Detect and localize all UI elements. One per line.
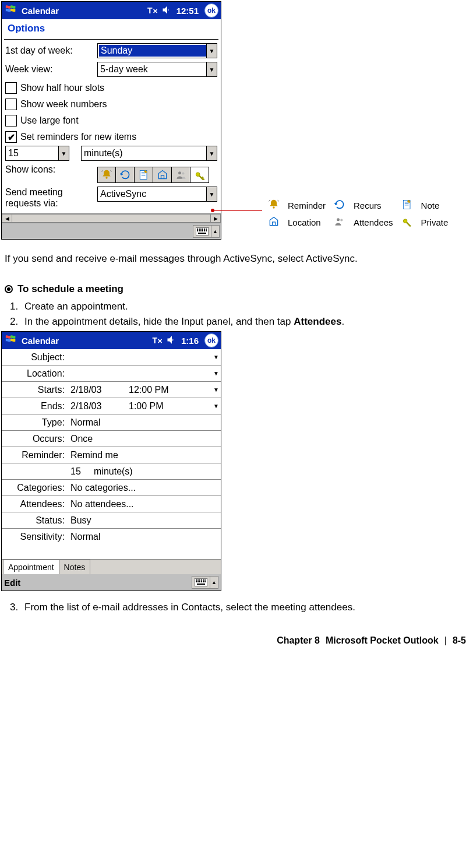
set-reminders-checkbox[interactable]: ✔ — [5, 131, 17, 143]
tab-appointment[interactable]: Appointment — [3, 560, 59, 574]
svg-rect-35 — [203, 581, 204, 582]
keyboard-icon[interactable] — [193, 225, 211, 238]
svg-rect-32 — [197, 581, 199, 582]
chevron-down-icon[interactable]: ▼ — [211, 370, 221, 377]
svg-rect-29 — [203, 579, 204, 581]
appointment-screenshot: Calendar T✕ 1:16 ok Subject: ▼ Location:… — [1, 331, 221, 591]
svg-point-19 — [273, 206, 274, 208]
status-field[interactable]: Busy — [68, 515, 221, 526]
svg-point-22 — [340, 219, 343, 221]
legend-reminder: Reminder — [284, 198, 329, 213]
app-title-2: Calendar — [22, 336, 152, 346]
ok-button[interactable]: ok — [204, 3, 218, 17]
chevron-down-icon[interactable]: ▼ — [211, 354, 221, 360]
location-toggle-icon[interactable] — [153, 167, 172, 183]
send-meeting-dropdown[interactable]: ActiveSync ▼ — [97, 187, 217, 202]
svg-rect-14 — [200, 230, 202, 231]
categories-field[interactable]: No categories... — [68, 483, 221, 493]
clock: 12:51 — [177, 6, 199, 16]
tab-bar: Appointment Notes — [2, 559, 221, 574]
keyboard-icon[interactable] — [192, 576, 210, 589]
svg-rect-16 — [204, 230, 205, 231]
send-meeting-label: Send meeting requests via: — [5, 187, 97, 209]
chevron-down-icon[interactable]: ▼ — [206, 187, 217, 201]
edit-menu[interactable]: Edit — [4, 578, 20, 588]
categories-label: Categories: — [2, 483, 68, 493]
first-day-dropdown[interactable]: Sunday ▼ — [97, 43, 217, 58]
svg-rect-28 — [201, 579, 202, 581]
ends-field[interactable]: 2/18/03 1:00 PM — [68, 401, 211, 412]
private-toggle-icon[interactable] — [190, 167, 209, 183]
reminder-unit-dropdown[interactable]: minute(s) ▼ — [81, 146, 217, 161]
steps-list-cont: From the list of e-mail addresses in Con… — [5, 602, 468, 613]
tab-notes[interactable]: Notes — [59, 560, 91, 574]
note-toggle-icon[interactable] — [135, 167, 153, 183]
svg-rect-17 — [206, 230, 207, 231]
subject-label: Subject: — [2, 352, 68, 363]
page-footer: Chapter 8 Microsoft Pocket Outlook | 8-5 — [277, 635, 466, 646]
speaker-icon — [166, 334, 178, 347]
occurs-label: Occurs: — [2, 434, 68, 444]
svg-rect-34 — [201, 581, 202, 582]
chevron-down-icon[interactable]: ▼ — [211, 386, 221, 393]
svg-rect-9 — [202, 229, 203, 230]
horizontal-scrollbar[interactable]: ◀▶ — [2, 213, 221, 223]
input-panel-up-icon[interactable]: ▲ — [210, 576, 218, 589]
chevron-down-icon[interactable]: ▼ — [206, 146, 217, 160]
week-view-dropdown[interactable]: 5-day week ▼ — [97, 62, 217, 77]
reminder-qty-dropdown[interactable]: 15 ▼ — [5, 146, 69, 161]
ends-label: Ends: — [2, 401, 68, 412]
ok-button-2[interactable]: ok — [204, 333, 218, 347]
input-panel-up-icon[interactable]: ▲ — [211, 225, 220, 238]
attendees-label: Attendees: — [2, 499, 68, 509]
svg-point-4 — [196, 173, 200, 177]
edit-bar: Edit ▲ — [2, 574, 221, 591]
type-field[interactable]: Normal — [68, 417, 221, 428]
chevron-down-icon[interactable]: ▼ — [206, 44, 217, 58]
legend-attendees: Attendees — [350, 215, 397, 230]
svg-point-3 — [182, 172, 184, 174]
location-label: Location: — [2, 368, 68, 379]
attendees-toggle-icon[interactable] — [172, 167, 190, 183]
app-title: Calendar — [22, 6, 147, 16]
svg-rect-18 — [198, 233, 206, 234]
svg-point-0 — [105, 177, 107, 178]
status-label: Status: — [2, 515, 68, 526]
sensitivity-field[interactable]: Normal — [68, 532, 221, 542]
starts-field[interactable]: 2/18/03 12:00 PM — [68, 385, 211, 395]
chevron-down-icon[interactable]: ▼ — [211, 403, 221, 409]
speaker-icon — [161, 4, 173, 17]
show-week-numbers-checkbox[interactable] — [5, 99, 17, 110]
recurs-toggle-icon[interactable] — [116, 167, 135, 183]
starts-label: Starts: — [2, 385, 68, 395]
sensitivity-label: Sensitivity: — [2, 532, 68, 542]
legend-recurs: Recurs — [350, 198, 397, 213]
svg-rect-37 — [197, 584, 205, 585]
chevron-down-icon[interactable]: ▼ — [206, 62, 217, 76]
svg-rect-8 — [200, 229, 202, 230]
show-half-hour-checkbox[interactable] — [5, 82, 17, 94]
svg-point-21 — [337, 218, 340, 221]
legend-private: Private — [418, 215, 452, 230]
occurs-field[interactable]: Once — [68, 434, 221, 444]
reminder-time-field[interactable]: 15 minute(s) — [68, 466, 221, 477]
chevron-down-icon[interactable]: ▼ — [58, 146, 69, 160]
svg-rect-15 — [202, 230, 203, 231]
svg-rect-27 — [199, 579, 200, 581]
reminder-toggle-icon[interactable] — [97, 167, 116, 183]
reminder-label: Reminder: — [2, 450, 68, 461]
title-bar: Calendar T✕ 12:51 ok — [2, 2, 221, 19]
svg-rect-33 — [199, 581, 200, 582]
start-icon[interactable] — [3, 332, 19, 349]
svg-rect-12 — [197, 230, 198, 231]
icon-legend: Reminder Recurs Note Location Attendees … — [263, 196, 453, 231]
schedule-meeting-heading: To schedule a meeting — [5, 283, 468, 295]
use-large-font-checkbox[interactable] — [5, 115, 17, 126]
svg-rect-36 — [204, 581, 206, 582]
reminder-field[interactable]: Remind me — [68, 450, 221, 461]
svg-rect-13 — [199, 230, 200, 231]
first-day-label: 1st day of week: — [5, 45, 97, 56]
svg-point-23 — [403, 219, 407, 223]
attendees-field[interactable]: No attendees... — [68, 499, 221, 509]
start-icon[interactable] — [3, 2, 19, 19]
